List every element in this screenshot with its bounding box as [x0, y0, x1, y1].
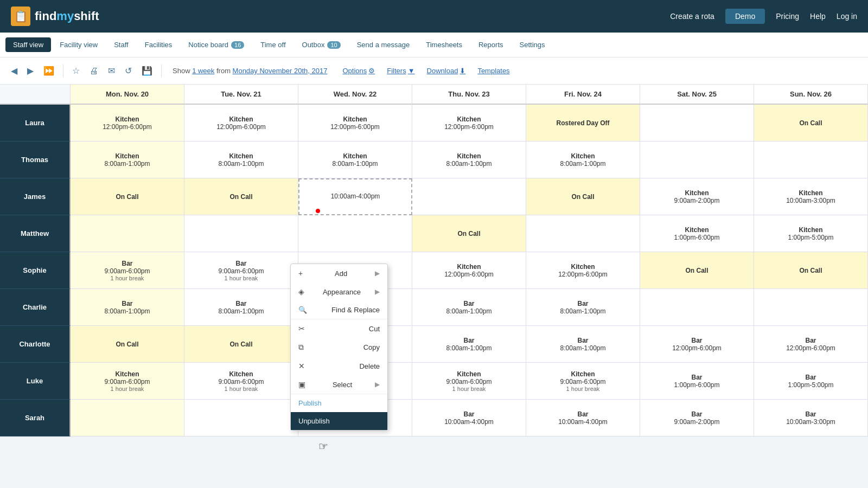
nav-send-message[interactable]: Send a message — [349, 37, 418, 52]
prev-button[interactable]: ▶ — [24, 63, 37, 78]
context-find-replace[interactable]: 🔍 Find & Replace — [291, 301, 387, 319]
nav-reports[interactable]: Reports — [471, 37, 511, 52]
cell-charlotte-mon[interactable]: On Call — [71, 326, 184, 363]
print-button[interactable]: 🖨 — [86, 64, 101, 78]
nav-staff-view[interactable]: Staff view — [5, 37, 51, 52]
context-publish[interactable]: Publish — [291, 394, 387, 412]
nav-settings[interactable]: Settings — [512, 37, 553, 52]
cell-sophie-thu[interactable]: Kitchen12:00pm-6:00pm — [412, 252, 526, 289]
cell-luke-sun[interactable]: Bar1:00pm-5:00pm — [754, 363, 868, 400]
cell-charlie-sun[interactable] — [754, 289, 868, 326]
save-button[interactable]: 💾 — [138, 63, 156, 78]
cell-charlie-tue[interactable]: Bar8:00am-1:00pm — [184, 289, 298, 326]
options-button[interactable]: Options ⚙ — [342, 67, 375, 75]
cell-thomas-fri[interactable]: Kitchen8:00am-1:00pm — [526, 142, 640, 178]
logo[interactable]: 📋 findmyshift — [11, 7, 99, 26]
nav-notice-board[interactable]: Notice board 16 — [181, 37, 252, 52]
week-selector[interactable]: 1 week — [192, 67, 214, 75]
cell-sophie-tue[interactable]: Bar9:00am-6:00pm1 hour break — [184, 252, 298, 289]
context-copy[interactable]: ⧉ Copy — [291, 338, 387, 357]
cell-luke-sat[interactable]: Bar1:00pm-6:00pm — [640, 363, 754, 400]
cell-matthew-wed[interactable] — [298, 215, 412, 252]
cell-sophie-fri[interactable]: Kitchen12:00pm-6:00pm — [526, 252, 640, 289]
cell-charlie-sat[interactable] — [640, 289, 754, 326]
context-select[interactable]: ▣ Select ▶ — [291, 375, 387, 394]
context-add[interactable]: + Add ▶ — [291, 264, 387, 282]
cell-matthew-fri[interactable] — [526, 215, 640, 252]
cell-sarah-tue[interactable] — [184, 400, 298, 436]
create-rota-link[interactable]: Create a rota — [670, 12, 714, 21]
nav-staff[interactable]: Staff — [106, 37, 136, 52]
cell-sophie-sun[interactable]: On Call — [754, 252, 868, 289]
cell-james-sat[interactable]: Kitchen9:00am-2:00pm — [640, 178, 754, 215]
filters-button[interactable]: Filters ▼ — [387, 67, 414, 75]
cell-matthew-tue[interactable] — [184, 215, 298, 252]
cell-thomas-tue[interactable]: Kitchen8:00am-1:00pm — [184, 142, 298, 178]
cell-matthew-sun[interactable]: Kitchen1:00pm-5:00pm — [754, 215, 868, 252]
context-cut[interactable]: ✂ Cut — [291, 319, 387, 338]
nav-time-off[interactable]: Time off — [253, 37, 293, 52]
login-link[interactable]: Log in — [837, 12, 857, 21]
cell-charlie-mon[interactable]: Bar8:00am-1:00pm — [71, 289, 184, 326]
cell-thomas-wed[interactable]: Kitchen8:00am-1:00pm — [298, 142, 412, 178]
help-link[interactable]: Help — [810, 12, 826, 21]
nav-outbox[interactable]: Outbox 10 — [295, 37, 348, 52]
date-selector[interactable]: Monday November 20th, 2017 — [233, 67, 328, 75]
cell-laura-tue[interactable]: Kitchen12:00pm-6:00pm — [184, 105, 298, 142]
cell-james-tue[interactable]: On Call — [184, 178, 298, 215]
cell-luke-fri[interactable]: Kitchen9:00am-6:00pm1 hour break — [526, 363, 640, 400]
cell-laura-wed[interactable]: Kitchen12:00pm-6:00pm — [298, 105, 412, 142]
cell-charlie-thu[interactable]: Bar8:00am-1:00pm — [412, 289, 526, 326]
nav-facilities[interactable]: Facilities — [137, 37, 180, 52]
context-unpublish[interactable]: Unpublish — [291, 412, 387, 430]
cell-james-fri[interactable]: On Call — [526, 178, 640, 215]
cell-james-mon[interactable]: On Call — [71, 178, 184, 215]
cell-charlotte-tue[interactable]: On Call — [184, 326, 298, 363]
email-button[interactable]: ✉ — [105, 63, 118, 78]
cell-sarah-fri[interactable]: Bar10:00am-4:00pm — [526, 400, 640, 436]
cell-thomas-sat[interactable] — [640, 142, 754, 178]
cell-charlotte-sun[interactable]: Bar12:00pm-6:00pm — [754, 326, 868, 363]
header-tue: Tue. Nov. 21 — [184, 85, 298, 105]
cell-james-sun[interactable]: Kitchen10:00am-3:00pm — [754, 178, 868, 215]
context-appearance[interactable]: ◈ Appearance ▶ — [291, 282, 387, 301]
templates-button[interactable]: Templates — [477, 67, 509, 75]
cell-sarah-mon[interactable] — [71, 400, 184, 436]
cell-charlotte-sat[interactable]: Bar12:00pm-6:00pm — [640, 326, 754, 363]
cell-matthew-mon[interactable] — [71, 215, 184, 252]
cell-charlotte-fri[interactable]: Bar8:00am-1:00pm — [526, 326, 640, 363]
cell-luke-thu[interactable]: Kitchen9:00am-6:00pm1 hour break — [412, 363, 526, 400]
cell-matthew-thu[interactable]: On Call — [412, 215, 526, 252]
cell-sarah-sat[interactable]: Bar9:00am-2:00pm — [640, 400, 754, 436]
cell-sarah-sun[interactable]: Bar10:00am-3:00pm — [754, 400, 868, 436]
cell-sophie-sat[interactable]: On Call — [640, 252, 754, 289]
cell-luke-tue[interactable]: Kitchen9:00am-6:00pm1 hour break — [184, 363, 298, 400]
cell-sarah-thu[interactable]: Bar10:00am-4:00pm — [412, 400, 526, 436]
star-button[interactable]: ☆ — [69, 63, 83, 78]
cell-thomas-sun[interactable] — [754, 142, 868, 178]
cell-laura-sat[interactable] — [640, 105, 754, 142]
undo-button[interactable]: ↺ — [122, 63, 135, 78]
pricing-link[interactable]: Pricing — [776, 12, 799, 21]
download-button[interactable]: Download ⬇ — [427, 67, 466, 75]
add-arrow: ▶ — [375, 269, 380, 277]
cell-matthew-sat[interactable]: Kitchen1:00pm-6:00pm — [640, 215, 754, 252]
next-button[interactable]: ⏩ — [40, 63, 58, 78]
cell-thomas-mon[interactable]: Kitchen8:00am-1:00pm — [71, 142, 184, 178]
cell-charlie-fri[interactable]: Bar8:00am-1:00pm — [526, 289, 640, 326]
demo-button[interactable]: Demo — [725, 9, 765, 24]
cell-charlotte-thu[interactable]: Bar8:00am-1:00pm — [412, 326, 526, 363]
cell-laura-fri[interactable]: Rostered Day Off — [526, 105, 640, 142]
nav-facility-view[interactable]: Facility view — [52, 37, 105, 52]
cell-thomas-thu[interactable]: Kitchen8:00am-1:00pm — [412, 142, 526, 178]
context-delete[interactable]: ✕ Delete — [291, 357, 387, 375]
cell-laura-thu[interactable]: Kitchen12:00pm-6:00pm — [412, 105, 526, 142]
cell-james-wed[interactable]: 10:00am-4:00pm — [298, 178, 412, 215]
nav-timesheets[interactable]: Timesheets — [418, 37, 470, 52]
prev-prev-button[interactable]: ◀ — [8, 63, 21, 78]
cell-luke-mon[interactable]: Kitchen9:00am-6:00pm1 hour break — [71, 363, 184, 400]
cell-laura-sun[interactable]: On Call — [754, 105, 868, 142]
cell-sophie-mon[interactable]: Bar9:00am-6:00pm1 hour break — [71, 252, 184, 289]
cell-james-thu[interactable] — [412, 178, 526, 215]
cell-laura-mon[interactable]: Kitchen12:00pm-6:00pm — [71, 105, 184, 142]
